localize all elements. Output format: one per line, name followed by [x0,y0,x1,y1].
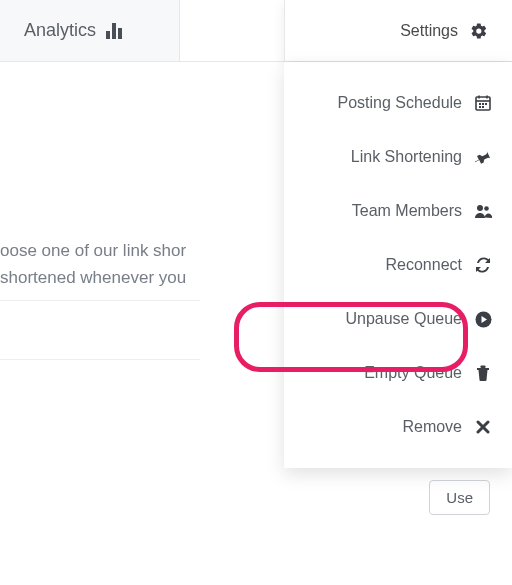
svg-point-13 [484,206,489,211]
menu-item-label: Unpause Queue [345,310,462,328]
menu-item-remove[interactable]: Remove [284,400,512,454]
svg-rect-2 [118,28,122,39]
top-tab-bar: Analytics Settings [0,0,512,62]
play-circle-icon [474,310,492,328]
menu-item-link-shortening[interactable]: Link Shortening [284,130,512,184]
calendar-icon [474,94,492,112]
trash-icon [474,364,492,382]
svg-rect-0 [106,31,110,39]
gear-icon [470,22,488,40]
description-text: oose one of our link shor shortened when… [0,237,186,291]
svg-point-12 [477,205,483,211]
settings-dropdown: Posting Schedule Link Shortening Team Me… [284,62,512,468]
svg-rect-1 [112,23,116,39]
bar-chart-icon [106,23,124,39]
menu-item-label: Team Members [352,202,462,220]
background-row-outline [0,300,200,360]
menu-item-reconnect[interactable]: Reconnect [284,238,512,292]
menu-item-unpause-queue[interactable]: Unpause Queue [284,292,512,346]
menu-item-label: Link Shortening [351,148,462,166]
tab-analytics[interactable]: Analytics [0,0,180,61]
refresh-icon [474,256,492,274]
tab-settings[interactable]: Settings [284,0,512,61]
menu-item-posting-schedule[interactable]: Posting Schedule [284,76,512,130]
users-icon [474,202,492,220]
svg-rect-6 [482,103,484,105]
description-line-1: oose one of our link shor [0,237,186,264]
close-icon [474,418,492,436]
use-button-label: Use [446,489,473,506]
svg-rect-9 [482,106,484,108]
menu-item-label: Remove [402,418,462,436]
menu-item-label: Reconnect [386,256,463,274]
menu-item-label: Empty Queue [364,364,462,382]
use-button[interactable]: Use [429,480,490,515]
menu-item-team-members[interactable]: Team Members [284,184,512,238]
description-line-2: shortened whenever you [0,264,186,291]
svg-rect-17 [481,366,486,369]
tab-settings-label: Settings [400,22,458,40]
svg-rect-5 [479,103,481,105]
svg-rect-16 [477,368,489,370]
svg-rect-8 [479,106,481,108]
pin-icon [474,148,492,166]
tab-analytics-label: Analytics [24,20,96,41]
svg-rect-7 [485,103,487,105]
menu-item-empty-queue[interactable]: Empty Queue [284,346,512,400]
menu-item-label: Posting Schedule [337,94,462,112]
